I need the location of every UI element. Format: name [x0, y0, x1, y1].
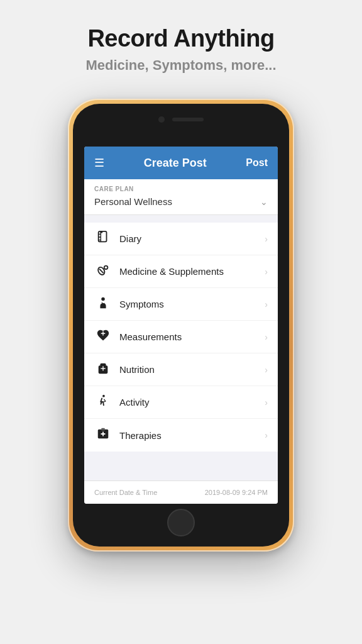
camera-dot: [158, 116, 165, 123]
measurements-chevron-icon: ›: [265, 332, 268, 342]
chevron-down-icon: ⌄: [260, 197, 268, 207]
nutrition-chevron-icon: ›: [265, 365, 268, 375]
diary-icon: [94, 230, 112, 247]
activity-icon: [94, 394, 112, 411]
medicine-label: Medicine & Supplements: [119, 266, 265, 277]
svg-point-5: [105, 267, 107, 269]
therapies-chevron-icon: ›: [265, 430, 268, 440]
activity-chevron-icon: ›: [265, 397, 268, 408]
symptoms-icon: [94, 296, 112, 313]
menu-item-measurements[interactable]: Measurements ›: [84, 321, 278, 353]
phone-frame: ☰ Create Post Post CARE PLAN Personal We…: [68, 99, 294, 552]
menu-item-symptoms[interactable]: Symptoms ›: [84, 288, 278, 321]
phone-screen: ☰ Create Post Post CARE PLAN Personal We…: [84, 147, 278, 504]
care-plan-section: CARE PLAN Personal Wellness ⌄: [84, 179, 278, 215]
post-button[interactable]: Post: [246, 157, 268, 169]
speaker: [172, 118, 204, 121]
therapies-label: Therapies: [119, 430, 265, 441]
diary-label: Diary: [119, 233, 265, 244]
menu-item-therapies[interactable]: Therapies ›: [84, 419, 278, 452]
nutrition-icon: [94, 361, 112, 378]
svg-line-3: [99, 269, 103, 273]
menu-item-diary[interactable]: Diary ›: [84, 223, 278, 255]
page-header: Record Anything Medicine, Symptoms, more…: [73, 0, 288, 86]
measurements-icon: [94, 328, 112, 345]
care-plan-label: CARE PLAN: [94, 186, 268, 192]
symptoms-chevron-icon: ›: [265, 299, 268, 309]
bottom-bar: Current Date & Time 2019-08-09 9:24 PM: [84, 480, 278, 504]
measurements-label: Measurements: [119, 331, 265, 342]
svg-point-9: [102, 395, 105, 397]
care-plan-value: Personal Wellness: [94, 196, 172, 207]
menu-item-medicine[interactable]: Medicine & Supplements ›: [84, 255, 278, 288]
diary-chevron-icon: ›: [265, 234, 268, 244]
phone-bezel: ☰ Create Post Post CARE PLAN Personal We…: [73, 104, 289, 547]
menu-item-nutrition[interactable]: Nutrition ›: [84, 353, 278, 386]
phone-top-bar: [158, 116, 204, 123]
bottom-bar-label: Current Date & Time: [94, 489, 157, 496]
app-header: ☰ Create Post Post: [84, 147, 278, 179]
page-title: Record Anything: [85, 25, 276, 52]
menu-section: Diary › Medicine & Supplements ›: [84, 223, 278, 452]
therapies-icon: [94, 427, 112, 444]
hamburger-icon[interactable]: ☰: [94, 157, 104, 169]
care-plan-dropdown[interactable]: Personal Wellness ⌄: [94, 196, 268, 207]
app-header-title: Create Post: [144, 157, 207, 170]
svg-point-6: [101, 297, 105, 301]
nutrition-label: Nutrition: [119, 364, 265, 375]
symptoms-label: Symptoms: [119, 299, 265, 309]
home-button[interactable]: [167, 509, 195, 536]
svg-rect-1: [100, 231, 102, 233]
bottom-bar-value: 2019-08-09 9:24 PM: [205, 489, 268, 496]
activity-label: Activity: [119, 397, 265, 408]
medicine-icon: [94, 263, 112, 280]
page-subtitle: Medicine, Symptoms, more...: [85, 57, 276, 74]
svg-rect-11: [101, 428, 105, 430]
medicine-chevron-icon: ›: [265, 267, 268, 277]
menu-item-activity[interactable]: Activity ›: [84, 386, 278, 419]
